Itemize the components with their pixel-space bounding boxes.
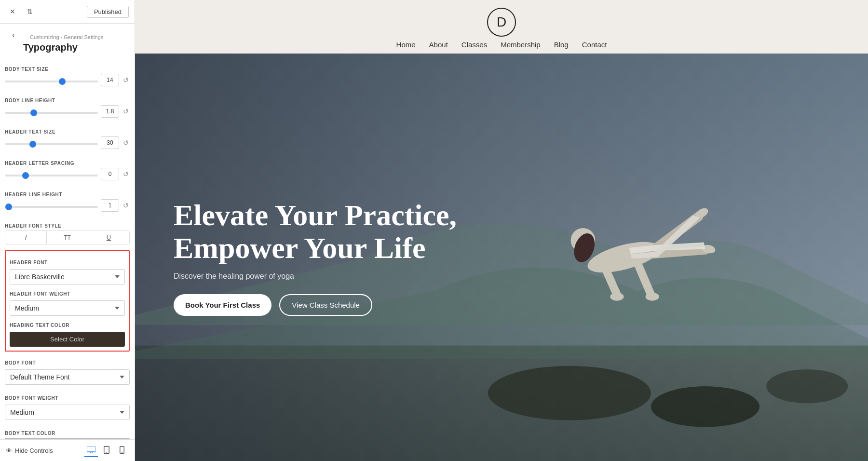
header-line-height-label: HEADER LINE HEIGHT bbox=[5, 192, 130, 197]
panel-title: Typography bbox=[23, 42, 110, 53]
view-mode-buttons bbox=[84, 444, 129, 457]
header-letter-spacing-slider[interactable] bbox=[5, 175, 98, 176]
body-line-height-slider[interactable] bbox=[5, 112, 98, 114]
body-font-select[interactable]: Default Theme Font Arial Georgia bbox=[5, 369, 130, 385]
header-text-size-value: 30 bbox=[101, 136, 119, 149]
body-text-size-slider[interactable] bbox=[5, 81, 98, 82]
header-font-weight-select[interactable]: Thin Light Regular Medium Bold bbox=[10, 300, 125, 316]
nav-classes[interactable]: Classes bbox=[461, 41, 487, 49]
header-letter-spacing-section: HEADER LETTER SPACING 0 ↺ bbox=[5, 155, 130, 184]
body-font-label: BODY FONT bbox=[5, 360, 130, 366]
header-letter-spacing-label: HEADER LETTER SPACING bbox=[5, 161, 130, 166]
heading-text-color-label: HEADING TEXT COLOR bbox=[10, 323, 125, 328]
hero-subtitle: Discover the healing power of yoga bbox=[174, 272, 463, 281]
header-font-style-label: HEADER FONT STYLE bbox=[5, 223, 130, 229]
preview-area: D Home About Classes Membership Blog Con… bbox=[135, 0, 868, 461]
site-logo: D bbox=[487, 8, 516, 37]
header-font-label: HEADER FONT bbox=[10, 260, 125, 265]
view-schedule-button[interactable]: View Class Schedule bbox=[279, 294, 372, 316]
header-letter-spacing-value: 0 bbox=[101, 168, 119, 180]
heading-text-color-button[interactable]: Select Color bbox=[10, 332, 125, 347]
hero-title: Elevate Your Practice, Empower Your Life bbox=[174, 199, 463, 264]
small-caps-button[interactable]: TT bbox=[47, 231, 88, 244]
body-text-color-section: BODY TEXT COLOR Select Color bbox=[5, 425, 130, 439]
header-text-size-section: HEADER TEXT SIZE 30 ↺ bbox=[5, 123, 130, 153]
panel-top-bar: ✕ ⇅ Published bbox=[0, 0, 135, 24]
tablet-view-button[interactable] bbox=[100, 444, 113, 457]
body-line-height-reset[interactable]: ↺ bbox=[122, 108, 130, 115]
svg-point-7 bbox=[122, 452, 122, 453]
eye-icon: 👁 bbox=[6, 447, 12, 454]
body-text-size-label: BODY TEXT SIZE bbox=[5, 67, 130, 72]
header-line-height-reset[interactable]: ↺ bbox=[122, 202, 130, 209]
hero-section: Elevate Your Practice, Empower Your Life… bbox=[135, 54, 868, 461]
svg-point-12 bbox=[651, 386, 760, 427]
site-nav: Home About Classes Membership Blog Conta… bbox=[396, 41, 607, 49]
body-font-section: BODY FONT Default Theme Font Arial Georg… bbox=[5, 354, 130, 388]
body-font-weight-label: BODY FONT WEIGHT bbox=[5, 395, 130, 401]
body-line-height-value: 1.8 bbox=[101, 105, 119, 118]
body-text-size-section: BODY TEXT SIZE 14 ↺ bbox=[5, 61, 130, 90]
header-line-height-value: 1 bbox=[101, 199, 119, 212]
nav-about[interactable]: About bbox=[429, 41, 448, 49]
sort-icon[interactable]: ⇅ bbox=[23, 5, 37, 18]
back-button[interactable]: ‹ bbox=[7, 28, 20, 42]
body-line-height-label: BODY LINE HEIGHT bbox=[5, 98, 130, 103]
panel-body: BODY TEXT SIZE 14 ↺ BODY LINE HEIGHT 1.8… bbox=[0, 56, 135, 439]
hero-buttons: Book Your First Class View Class Schedul… bbox=[174, 294, 463, 316]
close-icon[interactable]: ✕ bbox=[6, 5, 19, 18]
header-font-weight-label: HEADER FONT WEIGHT bbox=[10, 291, 125, 297]
body-text-size-reset[interactable]: ↺ bbox=[122, 76, 130, 84]
customizer-panel: ✕ ⇅ Published ‹ Customizing › General Se… bbox=[0, 0, 135, 461]
body-text-size-value: 14 bbox=[101, 74, 119, 86]
header-font-section-highlighted: HEADER FONT Libre Baskerville Default Th… bbox=[5, 250, 130, 352]
panel-top-icons: ✕ ⇅ bbox=[6, 5, 37, 18]
font-style-buttons: I TT U bbox=[5, 230, 130, 244]
header-text-size-label: HEADER TEXT SIZE bbox=[5, 129, 130, 135]
body-line-height-section: BODY LINE HEIGHT 1.8 ↺ bbox=[5, 92, 130, 122]
header-font-style-section: HEADER FONT STYLE I TT U bbox=[5, 217, 130, 248]
header-font-select[interactable]: Libre Baskerville Default Theme Font Ari… bbox=[10, 269, 125, 285]
italic-button[interactable]: I bbox=[5, 231, 47, 244]
published-button[interactable]: Published bbox=[87, 6, 129, 18]
site-header: D Home About Classes Membership Blog Con… bbox=[135, 0, 868, 54]
breadcrumb: Customizing › General Settings bbox=[23, 28, 110, 42]
body-font-weight-section: BODY FONT WEIGHT Thin Light Regular Medi… bbox=[5, 390, 130, 423]
desktop-view-button[interactable] bbox=[84, 444, 98, 457]
hide-controls-button[interactable]: 👁 Hide Controls bbox=[6, 447, 53, 454]
mobile-view-button[interactable] bbox=[115, 444, 129, 457]
header-text-size-slider[interactable] bbox=[5, 143, 98, 145]
nav-blog[interactable]: Blog bbox=[554, 41, 569, 49]
nav-home[interactable]: Home bbox=[396, 41, 416, 49]
header-letter-spacing-reset[interactable]: ↺ bbox=[122, 170, 130, 178]
header-line-height-section: HEADER LINE HEIGHT 1 ↺ bbox=[5, 186, 130, 216]
panel-footer: 👁 Hide Controls bbox=[0, 439, 135, 461]
svg-point-20 bbox=[646, 293, 659, 301]
hero-content: Elevate Your Practice, Empower Your Life… bbox=[174, 199, 463, 316]
header-text-size-reset[interactable]: ↺ bbox=[122, 139, 130, 147]
nav-membership[interactable]: Membership bbox=[501, 41, 541, 49]
book-class-button[interactable]: Book Your First Class bbox=[174, 294, 271, 316]
svg-point-5 bbox=[106, 452, 107, 453]
body-text-color-label: BODY TEXT COLOR bbox=[5, 431, 130, 436]
svg-rect-0 bbox=[87, 447, 95, 452]
svg-point-19 bbox=[610, 293, 624, 301]
underline-button[interactable]: U bbox=[88, 231, 129, 244]
header-line-height-slider[interactable] bbox=[5, 206, 98, 208]
nav-contact[interactable]: Contact bbox=[582, 41, 607, 49]
svg-point-11 bbox=[488, 366, 651, 420]
svg-point-13 bbox=[766, 369, 848, 403]
body-font-weight-select[interactable]: Thin Light Regular Medium Bold bbox=[5, 405, 130, 420]
